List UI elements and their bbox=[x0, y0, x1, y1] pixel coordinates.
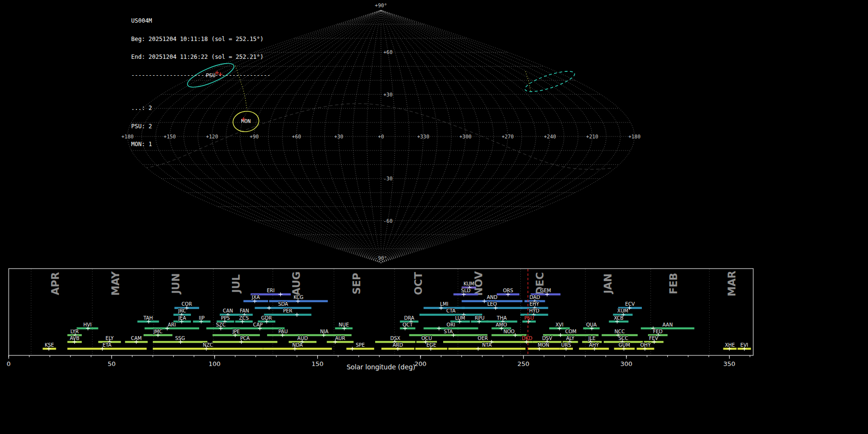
shower-EVI: EVI bbox=[738, 342, 751, 351]
shower-bar bbox=[491, 334, 527, 336]
shower-label: SCC bbox=[618, 336, 628, 341]
axis-tick-label: 150 bbox=[312, 360, 324, 367]
map-longitude-label: +30 bbox=[334, 134, 343, 139]
shower-bar bbox=[400, 327, 415, 329]
shower-OHY: OHY bbox=[637, 342, 654, 351]
shower-label: JPE bbox=[232, 329, 240, 334]
shower-label: COM bbox=[565, 329, 576, 334]
shower-label: JEA bbox=[178, 315, 186, 321]
shower-bar bbox=[68, 348, 147, 350]
month-label: AUG bbox=[291, 271, 302, 296]
shower-label: ECV bbox=[625, 301, 635, 307]
map-meridian bbox=[381, 10, 451, 263]
map-longitude-label: +300 bbox=[460, 134, 472, 139]
month-label: NOV bbox=[473, 271, 485, 296]
axis-tick-label: 300 bbox=[621, 360, 633, 367]
shower-label: THA bbox=[496, 315, 507, 321]
radiant-ellipse bbox=[523, 67, 577, 95]
month-label: MAR bbox=[726, 271, 738, 296]
shower-label: KSE bbox=[45, 342, 54, 348]
shower-label: DSX bbox=[390, 336, 400, 341]
shower-label: OHY bbox=[640, 342, 651, 348]
month-label: FEB bbox=[668, 273, 679, 295]
shower-bar bbox=[423, 307, 464, 309]
shower-CAM: CAM bbox=[125, 336, 148, 344]
shower-label: FEV bbox=[649, 336, 658, 341]
shower-label: DRA bbox=[404, 315, 414, 321]
peak-marker bbox=[558, 333, 562, 337]
shower-label: ERI bbox=[267, 288, 274, 293]
shower-label: RPU bbox=[475, 315, 485, 321]
shower-NZC: NZC bbox=[153, 342, 263, 351]
shower-label: AUR bbox=[335, 336, 345, 341]
shower-label: IIP bbox=[199, 315, 204, 321]
map-meridian bbox=[381, 10, 606, 263]
shower-label: ARI bbox=[168, 322, 176, 327]
shower-ORS: ORS bbox=[497, 288, 519, 296]
shower-label: GUM bbox=[619, 342, 630, 348]
shower-TAH: TAH bbox=[137, 315, 159, 324]
month-label: JUN bbox=[170, 273, 182, 295]
shower-label: SSG bbox=[175, 336, 185, 341]
shower-label: CAP bbox=[253, 322, 263, 327]
session-begin: Beg: 20251204 10:11:18 (sol = 252.15°) bbox=[131, 36, 271, 42]
map-longitude-label: +330 bbox=[417, 134, 429, 139]
map-latitude-label: -90° bbox=[375, 255, 387, 261]
shower-label: NTA bbox=[482, 342, 492, 348]
shower-AUR: AUR bbox=[327, 336, 354, 344]
shower-label: ALY bbox=[566, 336, 575, 341]
x-axis-title: Solar longitude (deg) bbox=[347, 363, 416, 371]
shower-label: PSU bbox=[524, 315, 534, 321]
shower-label: SPE bbox=[356, 342, 365, 348]
shower-PCA: PCA bbox=[213, 336, 278, 344]
shower-NUE: NUE bbox=[335, 322, 353, 330]
axis-tick-label: 100 bbox=[209, 360, 221, 367]
shower-label: XUM bbox=[617, 308, 628, 313]
map-longitude-label: +0 bbox=[378, 134, 384, 139]
shower-bar bbox=[528, 348, 559, 350]
shower-MON: MON bbox=[528, 342, 559, 351]
map-meridian bbox=[381, 10, 522, 263]
shower-label: JXA bbox=[251, 295, 260, 300]
count-sporadic: ...: 2 bbox=[131, 105, 271, 111]
map-meridian bbox=[381, 10, 508, 263]
shower-bar bbox=[263, 348, 332, 350]
shower-label: NDA bbox=[292, 342, 303, 348]
month-label: MAY bbox=[110, 271, 122, 296]
shower-AVB: AVB bbox=[68, 336, 82, 344]
shower-label: PAU bbox=[278, 329, 288, 334]
shower-bar bbox=[145, 327, 199, 329]
count-psu: PSU: 2 bbox=[131, 123, 271, 130]
shower-label: HYD bbox=[529, 308, 540, 313]
month-label: SEP bbox=[351, 273, 363, 295]
shower-label: STA bbox=[444, 329, 453, 334]
shower-IIP: IIP bbox=[193, 315, 210, 324]
shower-label: LUM bbox=[455, 315, 465, 321]
shower-bar bbox=[461, 307, 522, 309]
session-info-panel: US004M Beg: 20251204 10:11:18 (sol = 252… bbox=[131, 6, 271, 172]
shower-KSE: KSE bbox=[43, 342, 56, 351]
shower-label: TAH bbox=[143, 315, 153, 321]
peak-marker bbox=[351, 347, 354, 351]
peak-marker bbox=[279, 292, 283, 296]
shower-JXA: JXA bbox=[244, 295, 268, 303]
shower-label: KCG bbox=[294, 295, 304, 300]
shower-SSG: SSG bbox=[153, 336, 207, 344]
shower-label: EHY bbox=[529, 301, 540, 307]
map-meridian bbox=[381, 10, 409, 263]
shower-LEO: LEO bbox=[461, 301, 522, 310]
month-label: JUL bbox=[231, 274, 242, 294]
month-label: APR bbox=[50, 272, 61, 295]
separator-line: ---------------------------------------- bbox=[131, 72, 271, 79]
shower-XHE: XHE bbox=[723, 342, 737, 351]
shower-label: AAN bbox=[663, 322, 673, 327]
shower-label: GEM bbox=[540, 288, 551, 293]
shower-label: HVI bbox=[83, 322, 92, 327]
shower-QUA: QUA bbox=[583, 322, 599, 330]
shower-SPE: SPE bbox=[346, 342, 374, 351]
shower-label: KUM bbox=[463, 281, 474, 286]
shower-label: CTA bbox=[446, 308, 455, 313]
shower-label: AUD bbox=[298, 336, 308, 341]
shower-GUM: GUM bbox=[614, 342, 635, 351]
map-longitude-label: +270 bbox=[502, 134, 514, 139]
